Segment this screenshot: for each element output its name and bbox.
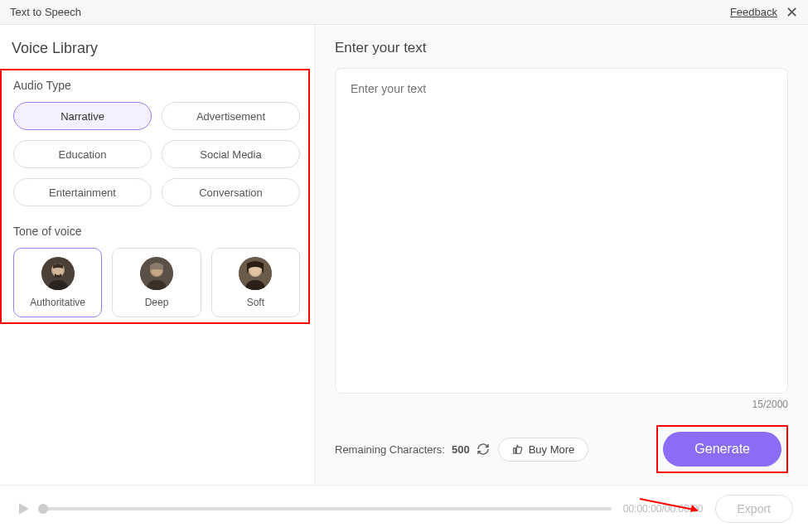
remaining-characters: Remaining Characters: 500 xyxy=(335,443,490,456)
close-icon[interactable]: ✕ xyxy=(786,5,798,20)
export-button[interactable]: Export xyxy=(715,495,793,523)
highlight-annotation-library: Audio Type Narrative Advertisement Educa… xyxy=(0,69,310,324)
voice-library-title: Voice Library xyxy=(12,40,302,57)
tone-label-text: Soft xyxy=(247,297,264,308)
audio-type-advertisement[interactable]: Advertisement xyxy=(162,102,300,130)
feedback-link[interactable]: Feedback xyxy=(730,6,777,18)
audio-type-conversation[interactable]: Conversation xyxy=(162,178,300,206)
audio-type-social-media[interactable]: Social Media xyxy=(162,140,300,168)
tone-authoritative[interactable]: Authoritative xyxy=(13,248,102,317)
tone-label-text: Authoritative xyxy=(30,297,85,308)
avatar xyxy=(41,257,75,290)
play-icon[interactable] xyxy=(15,501,31,517)
audio-type-education[interactable]: Education xyxy=(13,140,152,168)
tone-deep[interactable]: Deep xyxy=(112,248,201,317)
audio-type-narrative[interactable]: Narrative xyxy=(13,102,152,130)
progress-slider[interactable] xyxy=(43,507,612,510)
editor-panel: Enter your text 15/2000 Remaining Charac… xyxy=(315,25,808,485)
tone-soft[interactable]: Soft xyxy=(211,248,300,317)
tone-label: Tone of voice xyxy=(13,225,300,238)
app-title: Text to Speech xyxy=(10,6,81,18)
highlight-annotation-generate: Generate xyxy=(656,425,788,473)
tone-label-text: Deep xyxy=(145,297,169,308)
avatar xyxy=(140,257,173,290)
progress-thumb[interactable] xyxy=(38,504,48,514)
editor-title: Enter your text xyxy=(335,40,788,56)
time-display: 00:00:00/00:00:00 xyxy=(623,503,704,515)
text-input[interactable] xyxy=(335,68,788,394)
generate-button[interactable]: Generate xyxy=(663,432,781,467)
buy-more-button[interactable]: Buy More xyxy=(498,438,589,462)
audio-type-label: Audio Type xyxy=(13,79,300,92)
thumbs-up-icon xyxy=(512,443,524,455)
voice-library-panel: Voice Library Audio Type Narrative Adver… xyxy=(0,25,315,485)
player-bar: 00:00:00/00:00:00 Export xyxy=(0,485,808,531)
refresh-icon[interactable] xyxy=(477,443,490,456)
header: Text to Speech Feedback ✕ xyxy=(0,0,808,25)
avatar xyxy=(239,257,272,290)
character-count: 15/2000 xyxy=(335,399,788,410)
audio-type-entertainment[interactable]: Entertainment xyxy=(13,178,152,206)
